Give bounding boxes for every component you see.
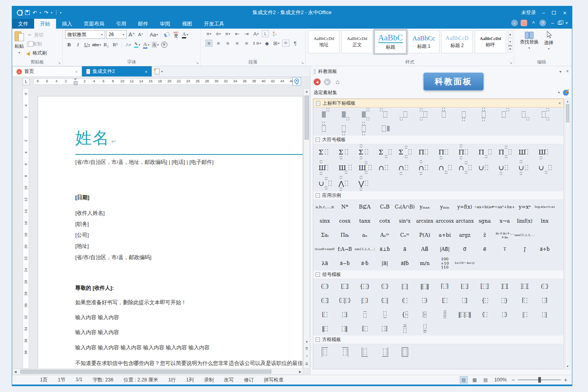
scroll-right-icon[interactable]: ▶ xyxy=(299,370,301,374)
ribbon-tab-开发工具[interactable]: 开发工具 xyxy=(198,19,230,29)
vertical-scroll-thumb[interactable] xyxy=(305,96,309,140)
web-view-icon[interactable]: ▦ xyxy=(471,376,479,383)
template-item[interactable]: ∪ xyxy=(475,160,495,175)
ribbon-tab-引用[interactable]: 引用 xyxy=(110,19,132,29)
panel-close-icon[interactable]: × xyxy=(566,69,569,74)
style-card-正文[interactable]: AaBbCcDd正文 xyxy=(341,31,373,53)
template-item[interactable]: ⟦ xyxy=(355,322,375,335)
maximize-button[interactable] xyxy=(552,11,556,15)
font-size-select[interactable]: 26▾ xyxy=(106,30,127,39)
clear-format-button[interactable] xyxy=(163,31,171,38)
template-item[interactable]: ⟧ xyxy=(375,322,395,335)
template-item[interactable]: Ш xyxy=(355,160,375,175)
template-item[interactable]: y=logₐx(a>0,a≠1) xyxy=(535,200,555,214)
line-spacing-button[interactable]: ⇕≡▾ xyxy=(252,40,261,47)
change-case-button[interactable]: Aa▾ xyxy=(150,31,158,38)
template-item[interactable]: || xyxy=(395,279,415,293)
template-item[interactable]: x→a xyxy=(495,214,515,228)
template-item[interactable]: CₐB xyxy=(375,200,395,214)
template-item[interactable]: Πaᵢ xyxy=(335,229,355,242)
template-item[interactable]: y=f(x) xyxy=(455,200,475,214)
find-replace-button[interactable]: 查找替换 ▾ xyxy=(520,30,539,59)
status-item[interactable]: 1列 xyxy=(181,377,199,383)
template-item[interactable]: arctanx xyxy=(455,214,475,228)
save-icon[interactable] xyxy=(25,10,30,15)
zoom-in-icon[interactable]: + xyxy=(564,377,567,383)
home-tab-close-icon[interactable]: × xyxy=(75,69,78,74)
template-item[interactable]: ⋀ xyxy=(335,176,355,191)
template-item[interactable]: AB⃗ xyxy=(415,243,435,256)
template-item[interactable]: { xyxy=(395,308,415,321)
show-marks-button[interactable]: ¶ xyxy=(292,40,299,47)
justify-button[interactable]: ≡ xyxy=(234,40,241,47)
grow-font-button[interactable]: A⁺ xyxy=(128,31,136,38)
template-item[interactable]: Cₙᵐ xyxy=(395,229,415,242)
highlight-color-button[interactable]: ✎▾ xyxy=(133,41,141,49)
underline-button[interactable]: U▾ xyxy=(83,41,91,49)
horizontal-ruler[interactable]: L 86422468101214161820222426283032343638… xyxy=(12,78,303,87)
sort-button[interactable]: AZ↓ xyxy=(271,30,278,37)
status-item[interactable]: 1/1 xyxy=(71,377,87,383)
template-item[interactable]: Σ xyxy=(355,145,375,160)
template-item[interactable]: Cᵤ(A∩B) xyxy=(395,200,415,214)
horizontal-scroll-thumb[interactable] xyxy=(20,370,271,374)
template-item[interactable]: |⟩ xyxy=(355,294,375,307)
template-item[interactable]: f:A→B xyxy=(335,243,355,256)
tab-selector[interactable]: L xyxy=(23,78,30,85)
template-item[interactable]: | xyxy=(515,308,535,321)
template-item[interactable]: Σaᵢ xyxy=(315,229,335,242)
template-item[interactable]: () xyxy=(315,279,335,293)
template-item[interactable]: ⌉ xyxy=(535,294,555,307)
template-item[interactable] xyxy=(495,108,515,121)
template-item[interactable]: arcsinx xyxy=(415,214,435,228)
status-item[interactable]: 位置 : 2.28 厘米 xyxy=(118,377,163,383)
styles-up-icon[interactable]: ▲ xyxy=(508,31,512,38)
template-item[interactable]: Ш xyxy=(515,145,535,160)
template-item[interactable]: y=ax²+bx+c xyxy=(495,200,515,214)
template-item[interactable]: max{1,2,3,…} xyxy=(515,229,535,242)
style-card-标题 1[interactable]: AaBbCc标题 1 xyxy=(408,31,439,53)
template-item[interactable]: ∪ xyxy=(515,160,535,175)
collapse-section-icon[interactable]: − xyxy=(316,138,320,142)
section-header-应用示例[interactable]: −应用示例 xyxy=(313,191,564,200)
panel-scroll-up-icon[interactable]: ▲ xyxy=(565,100,570,103)
status-item[interactable]: 修订 xyxy=(239,377,259,383)
status-item[interactable]: 改写 xyxy=(219,377,239,383)
template-item[interactable]: Σ xyxy=(315,145,335,160)
template-item[interactable] xyxy=(515,108,535,121)
template-item[interactable] xyxy=(315,345,335,359)
ribbon-tab-审阅[interactable]: 审阅 xyxy=(154,19,176,29)
increase-indent-button[interactable]: ⇥ xyxy=(243,30,250,37)
undo-icon[interactable]: ↶ xyxy=(33,10,37,16)
template-item[interactable]: ⌈ xyxy=(515,294,535,307)
template-item[interactable]: a₁+a₂+…+aₙ xyxy=(495,229,515,242)
template-item[interactable]: ] xyxy=(455,294,475,307)
template-item[interactable] xyxy=(335,345,355,359)
align-left-button[interactable]: ≡ xyxy=(205,40,212,47)
clipboard-dialog-launcher-icon[interactable]: ↘ xyxy=(58,61,61,65)
template-item[interactable]: yₘₐₓ xyxy=(415,200,435,214)
horizontal-scrollbar[interactable]: ◀ ▶ xyxy=(12,368,303,375)
scroll-down-icon[interactable]: ▼ xyxy=(304,340,309,344)
zoom-out-icon[interactable]: − xyxy=(512,377,515,383)
borders-button[interactable]: ⊞▾ xyxy=(273,40,280,47)
template-item[interactable] xyxy=(335,122,355,135)
doc-minimize-button[interactable]: – xyxy=(551,20,554,26)
template-item[interactable]: sin²x xyxy=(395,214,415,228)
template-item[interactable]: ∩ xyxy=(455,160,475,175)
zoom-slider[interactable] xyxy=(518,379,561,380)
bold-button[interactable]: B xyxy=(65,41,73,49)
template-item[interactable]: yₘᵢₙ xyxy=(435,200,455,214)
collapse-ribbon-icon[interactable]: ^ xyxy=(530,20,537,26)
template-item[interactable]: lnx xyxy=(535,214,555,228)
status-item[interactable]: 1页 xyxy=(35,377,53,383)
nav-back-icon[interactable]: ‹ xyxy=(511,20,518,26)
template-item[interactable]: Σ xyxy=(395,145,415,160)
template-item[interactable]: z̄ xyxy=(475,229,495,242)
template-item[interactable] xyxy=(355,345,375,359)
template-item[interactable] xyxy=(375,308,395,321)
outline-view-icon[interactable]: ▤ xyxy=(482,376,490,383)
superscript-button[interactable]: R² xyxy=(111,41,119,49)
template-item[interactable]: cosx xyxy=(335,214,355,228)
format-painter-button[interactable]: 格式刷 xyxy=(27,50,47,56)
